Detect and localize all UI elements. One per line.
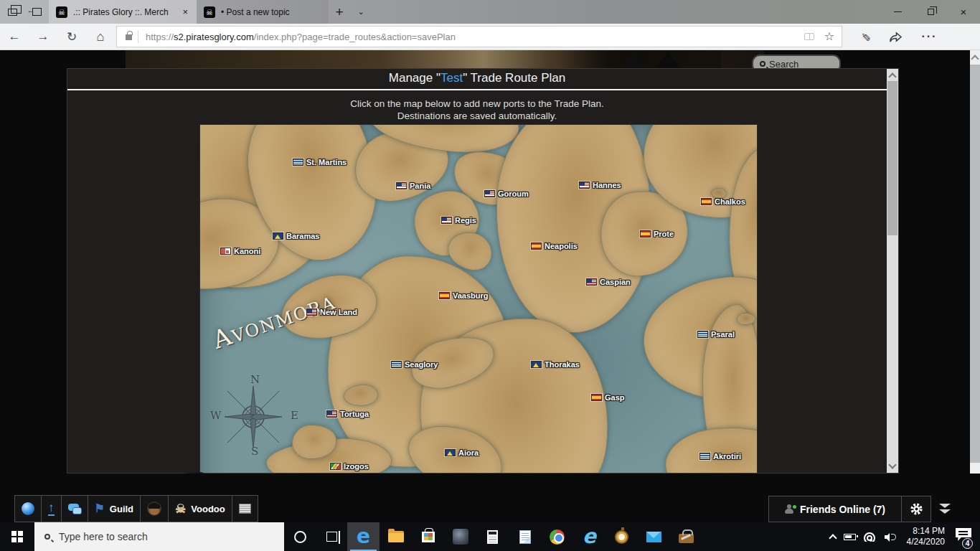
port-label: Vaasburg bbox=[453, 291, 489, 300]
page-scrollbar[interactable] bbox=[970, 50, 980, 522]
taskbar-app-toolbox[interactable] bbox=[670, 522, 702, 551]
tray-time: 8:14 PM bbox=[907, 526, 945, 537]
tab-close-icon[interactable]: × bbox=[181, 6, 189, 17]
taskbar-app-notepad[interactable] bbox=[509, 522, 541, 551]
gear-icon bbox=[910, 502, 923, 516]
web-note-pen-icon[interactable]: ✎ bbox=[859, 32, 872, 41]
taskbar-app-explorer[interactable] bbox=[380, 522, 412, 551]
port-label: Aiora bbox=[458, 448, 479, 457]
start-button[interactable] bbox=[0, 522, 34, 551]
favorite-star-icon[interactable]: ☆ bbox=[824, 31, 834, 42]
scroll-up-icon[interactable] bbox=[971, 55, 979, 62]
set-tabs-aside-icon[interactable] bbox=[0, 0, 24, 24]
friends-online-button[interactable]: Friends Online (7) bbox=[768, 496, 902, 522]
search-icon bbox=[44, 534, 50, 540]
scroll-up-icon[interactable] bbox=[888, 72, 896, 80]
taskbar-app-stopwatch[interactable] bbox=[606, 522, 638, 551]
modal-scrollbar[interactable] bbox=[887, 69, 898, 473]
mail-icon bbox=[646, 532, 661, 542]
port-pania[interactable]: Pania bbox=[396, 182, 430, 190]
port-akrotiri[interactable]: Akrotiri bbox=[699, 452, 741, 461]
settings-more-icon[interactable]: ··· bbox=[921, 30, 937, 43]
port-goroum[interactable]: Goroum bbox=[484, 189, 529, 198]
tabs-aside-list-icon[interactable] bbox=[24, 0, 49, 24]
port-regis[interactable]: Regis bbox=[441, 216, 476, 225]
globe-button[interactable] bbox=[14, 495, 42, 522]
battery-icon[interactable] bbox=[844, 534, 856, 540]
restore-button[interactable] bbox=[914, 0, 947, 24]
address-bar[interactable]: https://s2.piratesglory.com/index.php?pa… bbox=[116, 26, 842, 47]
page-content: Search Manage "Test" Trade Route Plan Cl… bbox=[0, 50, 980, 522]
skull-favicon-icon: ☠ bbox=[56, 6, 67, 18]
world-map[interactable]: Avonmora N W bbox=[199, 124, 758, 474]
newspaper-button[interactable] bbox=[232, 495, 258, 522]
chrome-icon bbox=[550, 529, 565, 545]
taskbar-app-store[interactable] bbox=[412, 522, 444, 551]
chat-settings-button[interactable] bbox=[901, 496, 931, 522]
port-label: Neapolis bbox=[545, 242, 578, 250]
reading-view-icon[interactable] bbox=[804, 33, 814, 40]
taskbar-search-box[interactable]: Type here to search bbox=[34, 522, 284, 551]
minimize-button[interactable] bbox=[881, 0, 914, 24]
tray-expand-chevron-icon[interactable] bbox=[829, 534, 837, 542]
taskbar-clock[interactable]: 8:14 PM 4/24/2020 bbox=[904, 526, 948, 547]
port-neapolis[interactable]: Neapolis bbox=[531, 242, 578, 250]
refresh-icon[interactable]: ↻ bbox=[57, 29, 86, 44]
taskbar-app-game-globe[interactable] bbox=[444, 522, 476, 551]
port-label: St. Martins bbox=[306, 158, 347, 166]
port-psaral[interactable]: Psaral bbox=[697, 330, 735, 339]
taskbar-app-internet-explorer[interactable]: e bbox=[573, 522, 606, 551]
task-view-button[interactable] bbox=[316, 522, 347, 551]
close-window-button[interactable]: × bbox=[947, 0, 980, 24]
port-kanoni[interactable]: Kanoni bbox=[220, 247, 260, 255]
port-thorakas[interactable]: Thorakas bbox=[531, 360, 580, 369]
game-header-banner bbox=[126, 50, 764, 69]
port-st-martins[interactable]: St. Martins bbox=[293, 158, 347, 166]
task-view-icon bbox=[326, 532, 337, 542]
port-label: Regis bbox=[455, 216, 476, 225]
collapse-bar-chevron-icon[interactable] bbox=[937, 504, 953, 515]
toolbar-label: Guild bbox=[110, 504, 133, 514]
guild-button[interactable]: ⚑Guild bbox=[88, 495, 141, 522]
tab-post-new-topic[interactable]: ☠ • Post a new topic bbox=[197, 0, 329, 24]
calculator-icon bbox=[487, 530, 498, 544]
pirate-avatar-button[interactable] bbox=[140, 495, 169, 522]
port-caspian[interactable]: Caspian bbox=[586, 278, 631, 286]
port-gasp[interactable]: Gasp bbox=[591, 393, 625, 402]
share-icon[interactable] bbox=[889, 31, 903, 43]
ship-silhouette bbox=[656, 52, 679, 67]
taskbar-app-calculator[interactable] bbox=[476, 522, 509, 551]
voodoo-button[interactable]: ☠Voodoo bbox=[168, 495, 232, 522]
scrollbar-thumb[interactable] bbox=[887, 81, 897, 235]
new-tab-button[interactable]: + bbox=[329, 0, 350, 24]
tab-pirates-glory[interactable]: ☠ .:: Pirates Glory ::. Merch × bbox=[49, 0, 197, 24]
port-aiora[interactable]: Aiora bbox=[445, 448, 479, 457]
port-baramas[interactable]: Baramas bbox=[273, 232, 319, 240]
taskbar-app-edge[interactable]: e bbox=[347, 522, 380, 551]
scroll-down-icon[interactable] bbox=[888, 461, 896, 468]
title-divider bbox=[67, 89, 899, 90]
port-chalkos[interactable]: Chalkos bbox=[701, 197, 745, 206]
port-izogos[interactable]: Izogos bbox=[330, 462, 369, 471]
back-icon[interactable]: ← bbox=[0, 29, 29, 44]
chat-button[interactable] bbox=[61, 495, 88, 522]
toolbox-icon bbox=[679, 534, 694, 543]
port-vaasburg[interactable]: Vaasburg bbox=[439, 291, 489, 300]
spain-flag-icon bbox=[439, 292, 450, 299]
port-prote[interactable]: Prote bbox=[640, 230, 674, 238]
taskbar-app-mail[interactable] bbox=[638, 522, 670, 551]
notification-badge: 4 bbox=[962, 538, 973, 549]
port-new-land[interactable]: New Land bbox=[306, 308, 357, 316]
taskbar-app-chrome[interactable] bbox=[541, 522, 573, 551]
cortana-button[interactable] bbox=[284, 522, 316, 551]
up-arrow-button[interactable]: ↑ bbox=[41, 495, 62, 522]
port-hannes[interactable]: Hannes bbox=[579, 181, 621, 189]
home-icon[interactable]: ⌂ bbox=[86, 29, 115, 44]
port-tortuga[interactable]: Tortuga bbox=[326, 410, 369, 418]
forward-icon[interactable]: → bbox=[29, 29, 57, 44]
wifi-icon[interactable] bbox=[864, 532, 877, 542]
volume-icon[interactable] bbox=[885, 532, 896, 542]
port-seaglory[interactable]: Seaglory bbox=[391, 360, 438, 369]
scrollbar-thumb[interactable] bbox=[970, 65, 980, 463]
tab-preview-chevron-icon[interactable]: ⌄ bbox=[350, 0, 372, 24]
